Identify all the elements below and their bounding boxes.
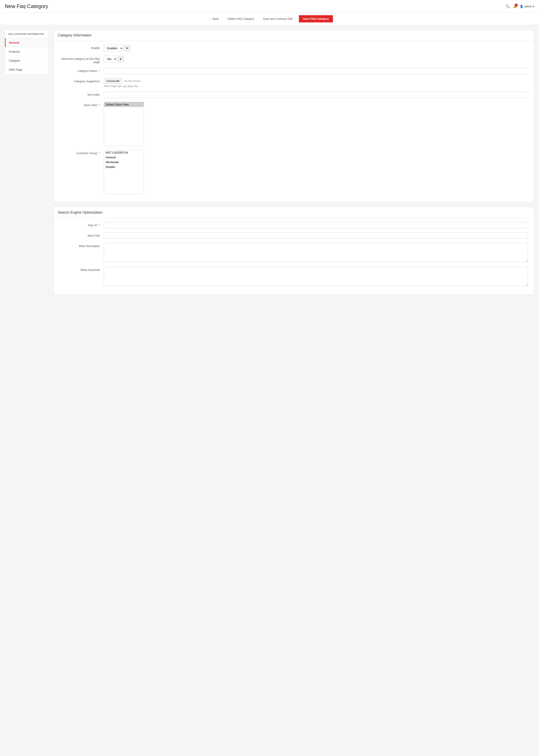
sidebar-section-title: FAQ CATEGORY INFORMATION (5, 30, 48, 38)
notification-badge: 1 (514, 4, 518, 7)
seo-section-title: Search Engine Optimization (54, 207, 534, 218)
save-continue-edit-button[interactable]: Save and Continue Edit (261, 16, 295, 22)
file-hint: Allow image type: jpg, jpeg, png (104, 85, 528, 87)
store-view-row: Store View * Default Store View (60, 102, 528, 146)
meta-description-field (104, 243, 528, 263)
sort-order-field (104, 91, 528, 98)
meta-title-row: Meta Title (60, 233, 528, 239)
category-image-label: Category Image/Icon (60, 78, 100, 83)
category-image-field: Choose file No file chosen Allow image t… (104, 78, 528, 87)
enable-field: Enabled Disabled ▼ (104, 45, 528, 52)
customer-group-field: NOT LOGGED IN General Wholesale Retailer (104, 150, 528, 194)
back-arrow-icon: ← (208, 17, 211, 20)
sidebar-products-label: Products (9, 50, 20, 53)
meta-keywords-label: Meta Keywords (60, 267, 100, 271)
meta-keywords-field (104, 267, 528, 287)
header-right: 🔍 🔔 1 👤 admin ▾ (505, 4, 534, 9)
seo-body: Faq Url * Meta Title Meta Descr (54, 218, 534, 295)
customer-group-listbox[interactable]: NOT LOGGED IN General Wholesale Retailer (104, 150, 144, 194)
category-image-row: Category Image/Icon Choose file No file … (60, 78, 528, 87)
customer-group-required: * (99, 151, 100, 155)
notification-bell[interactable]: 🔔 1 (513, 5, 516, 8)
sidebar-category-label: Category (9, 59, 20, 62)
store-view-required: * (99, 104, 100, 107)
meta-keywords-row: Meta Keywords (60, 267, 528, 287)
back-label: Back (212, 17, 219, 20)
sidebar-item-cms-page[interactable]: CMS Page (5, 65, 48, 74)
meta-description-label: Meta Description (60, 243, 100, 248)
meta-description-textarea[interactable] (104, 243, 528, 262)
faq-url-required: * (99, 224, 100, 227)
sidebar-item-category[interactable]: Category (5, 56, 48, 65)
save-faq-category-button[interactable]: Save FAQ Category (299, 15, 333, 23)
category-name-field (104, 68, 528, 74)
show-faq-label: Show this category on the FAQ page (60, 56, 100, 64)
admin-user-menu[interactable]: 👤 admin ▾ (520, 5, 534, 8)
meta-keywords-textarea[interactable] (104, 267, 528, 286)
meta-description-row: Meta Description (60, 243, 528, 263)
category-information-body: Enable Enabled Disabled ▼ (54, 41, 534, 202)
sidebar-cms-page-label: CMS Page (9, 68, 23, 71)
meta-title-field (104, 233, 528, 239)
faq-url-field (104, 222, 528, 229)
category-name-input[interactable] (104, 68, 528, 74)
search-icon[interactable]: 🔍 (505, 4, 510, 9)
no-file-text: No file chosen (124, 79, 141, 82)
file-input-wrapper: Choose file No file chosen (104, 78, 528, 84)
show-faq-select-arrow[interactable]: ▼ (117, 56, 124, 62)
faq-url-input[interactable] (104, 222, 528, 229)
category-information-section: Category Information Enable Enabled Disa… (54, 30, 534, 202)
sort-order-row: Sort order (60, 91, 528, 98)
admin-label: admin ▾ (524, 5, 534, 8)
show-faq-select-wrapper: Yes No ▼ (104, 56, 528, 62)
user-icon: 👤 (520, 5, 523, 8)
sort-order-label: Sort order (60, 91, 100, 96)
category-name-label: Category Name * (60, 68, 100, 72)
page-title: New Faq Category (5, 3, 48, 9)
form-area: Category Information Enable Enabled Disa… (54, 30, 534, 300)
store-view-listbox[interactable]: Default Store View (104, 102, 144, 146)
store-view-label: Store View * (60, 102, 100, 107)
sidebar-general-label: General (9, 41, 19, 44)
show-faq-row: Show this category on the FAQ page Yes N… (60, 56, 528, 64)
category-name-required: * (99, 69, 100, 72)
enable-row: Enable Enabled Disabled ▼ (60, 45, 528, 52)
sort-order-input[interactable] (104, 91, 528, 98)
action-toolbar: ← Back Delete FAQ Category Save and Cont… (0, 13, 539, 25)
meta-title-label: Meta Title (60, 233, 100, 237)
back-button[interactable]: ← Back (206, 16, 221, 22)
store-view-field: Default Store View (104, 102, 528, 146)
main-content: FAQ CATEGORY INFORMATION General Product… (0, 25, 539, 304)
enable-select-wrapper: Enabled Disabled ▼ (104, 45, 528, 52)
delete-faq-category-button[interactable]: Delete FAQ Category (225, 16, 257, 22)
enable-select[interactable]: Enabled Disabled (104, 45, 123, 52)
sidebar: FAQ CATEGORY INFORMATION General Product… (5, 30, 49, 74)
customer-group-row: Customer Group * NOT LOGGED IN General W… (60, 150, 528, 194)
seo-section: Search Engine Optimization Faq Url * Met… (54, 207, 534, 295)
category-name-row: Category Name * (60, 68, 528, 74)
enable-label: Enable (60, 45, 100, 49)
choose-file-button[interactable]: Choose file (104, 78, 122, 84)
category-information-title: Category Information (54, 30, 534, 41)
top-header: New Faq Category 🔍 🔔 1 👤 admin ▾ (0, 0, 539, 13)
show-faq-select[interactable]: Yes No (104, 56, 117, 62)
enable-select-arrow[interactable]: ▼ (124, 45, 130, 51)
customer-group-label: Customer Group * (60, 150, 100, 155)
sidebar-item-general[interactable]: General (5, 38, 48, 47)
meta-title-input[interactable] (104, 233, 528, 239)
sidebar-item-products[interactable]: Products (5, 47, 48, 56)
faq-url-row: Faq Url * (60, 222, 528, 229)
faq-url-label: Faq Url * (60, 222, 100, 227)
show-faq-field: Yes No ▼ (104, 56, 528, 62)
